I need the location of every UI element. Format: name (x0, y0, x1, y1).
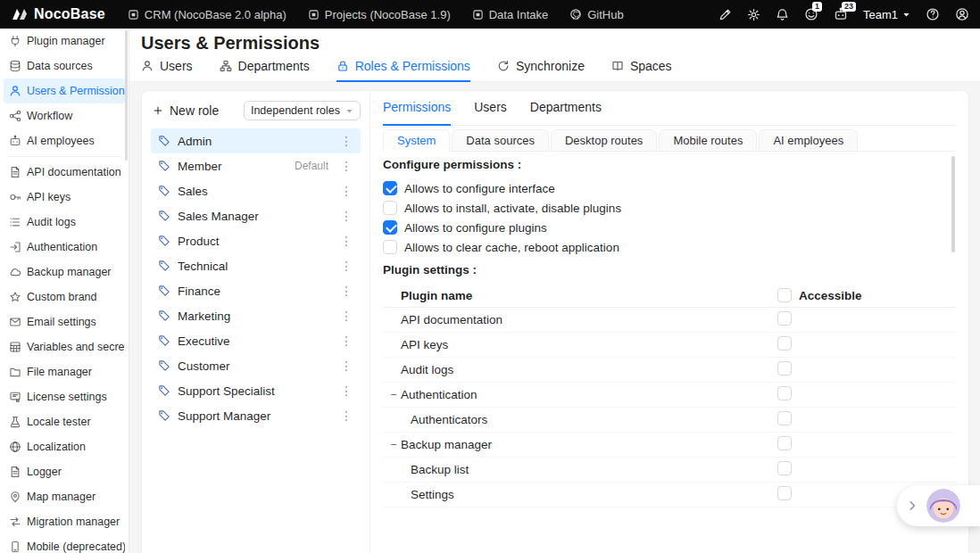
more-actions-icon[interactable]: ⋮ (337, 409, 355, 422)
sidebar-item-backup-manager[interactable]: Backup manager (4, 260, 125, 285)
sidebar-item-custom-brand[interactable]: Custom brand (4, 285, 125, 310)
sidebar-item-localization[interactable]: Localization (4, 434, 125, 459)
nocobase-logo[interactable]: NocoBase (11, 6, 105, 22)
sidebar-item-license-settings[interactable]: License settings (4, 384, 125, 409)
accessible-checkbox[interactable] (777, 436, 792, 450)
plugin-name: Settings (383, 488, 777, 501)
role-item-support-manager[interactable]: Support Manager ⋮ (151, 403, 361, 428)
more-actions-icon[interactable]: ⋮ (337, 135, 355, 147)
sidebar-item-audit-logs[interactable]: Audit logs (4, 210, 125, 235)
role-name: Executive (178, 334, 330, 348)
tab-synchronize[interactable]: Synchronize (497, 58, 585, 81)
settings-gear-icon[interactable] (747, 8, 760, 21)
sidebar-scrollbar[interactable] (125, 30, 128, 161)
more-actions-icon[interactable]: ⋮ (337, 160, 355, 172)
more-actions-icon[interactable]: ⋮ (337, 235, 355, 247)
subtab-label: Data sources (466, 134, 535, 147)
permissions-scrollbar[interactable] (951, 156, 955, 252)
collapse-icon[interactable]: − (390, 389, 397, 400)
more-actions-icon[interactable]: ⋮ (337, 260, 355, 272)
role-item-executive[interactable]: Executive ⋮ (151, 328, 361, 353)
accessible-checkbox[interactable] (777, 386, 792, 400)
assistant-smile-icon[interactable]: 1 (804, 7, 818, 21)
role-scope-select[interactable]: Independent roles (244, 101, 361, 120)
tab-departments[interactable]: Departments (220, 58, 310, 81)
more-actions-icon[interactable]: ⋮ (337, 185, 355, 197)
user-avatar-icon[interactable] (955, 7, 969, 21)
subtab-mobile-routes[interactable]: Mobile routes (659, 129, 757, 152)
notifications-bell-icon[interactable] (776, 8, 789, 21)
tab-users[interactable]: Users (141, 58, 193, 81)
sidebar-item-mobile-deprecated[interactable]: Mobile (deprecated) (4, 534, 125, 553)
topbar-app-projects[interactable]: Projects (NocoBase 1.9) (300, 0, 459, 29)
tab-permissions[interactable]: Permissions (383, 100, 451, 125)
topbar-app-crm[interactable]: CRM (NocoBase 2.0 alpha) (120, 0, 295, 29)
sidebar-item-variables-secrets[interactable]: Variables and secrets (4, 334, 125, 359)
accessible-checkbox[interactable] (777, 336, 792, 351)
accessible-checkbox[interactable] (777, 461, 792, 475)
role-item-member[interactable]: Member Default ⋮ (151, 153, 361, 178)
role-item-sales[interactable]: Sales ⋮ (151, 178, 361, 203)
more-actions-icon[interactable]: ⋮ (337, 359, 355, 372)
sidebar-item-file-manager[interactable]: File manager (4, 359, 125, 384)
sidebar-item-logger[interactable]: Logger (4, 459, 125, 484)
more-actions-icon[interactable]: ⋮ (337, 310, 355, 322)
more-actions-icon[interactable]: ⋮ (337, 210, 355, 222)
install-plugins-checkbox[interactable] (383, 201, 397, 215)
role-item-finance[interactable]: Finance ⋮ (151, 278, 361, 303)
configure-interface-checkbox[interactable] (383, 181, 397, 195)
subtab-ai-employees[interactable]: AI employees (759, 129, 858, 152)
role-tag-icon (158, 310, 170, 322)
tab-role-departments[interactable]: Departments (530, 100, 602, 125)
configure-plugins-checkbox[interactable] (383, 220, 397, 235)
subtab-desktop-routes[interactable]: Desktop routes (551, 129, 657, 152)
chevron-right-icon[interactable] (906, 499, 918, 512)
sidebar-item-ai-employees[interactable]: AI employees (4, 128, 125, 153)
role-item-technical[interactable]: Technical ⋮ (151, 253, 361, 278)
sidebar-item-map-manager[interactable]: Map manager (4, 484, 125, 509)
team-selector[interactable]: Team1 (863, 8, 910, 21)
accessible-select-all-checkbox[interactable] (777, 288, 792, 302)
sidebar-item-workflow[interactable]: Workflow (4, 103, 125, 128)
sidebar-item-authentication[interactable]: Authentication (4, 235, 125, 260)
role-item-sales-manager[interactable]: Sales Manager ⋮ (151, 203, 361, 228)
clear-cache-checkbox[interactable] (383, 240, 397, 254)
sidebar-item-api-keys[interactable]: API keys (4, 185, 125, 210)
ai-assistant-avatar[interactable] (926, 489, 960, 523)
subtab-data-sources[interactable]: Data sources (452, 129, 549, 152)
role-item-support-specialist[interactable]: Support Specialist ⋮ (151, 378, 361, 403)
more-actions-icon[interactable]: ⋮ (337, 384, 355, 397)
accessible-checkbox[interactable] (777, 311, 792, 326)
column-accessible: Accessible (799, 289, 862, 302)
more-actions-icon[interactable]: ⋮ (337, 285, 355, 297)
help-icon[interactable] (926, 7, 940, 21)
accessible-checkbox[interactable] (777, 361, 792, 376)
sidebar-item-api-documentation[interactable]: API documentation (4, 160, 125, 185)
tab-role-users[interactable]: Users (474, 100, 507, 125)
design-mode-icon[interactable] (718, 8, 732, 21)
role-item-marketing[interactable]: Marketing ⋮ (151, 303, 361, 328)
tab-spaces[interactable]: Spaces (611, 58, 672, 81)
role-item-admin[interactable]: Admin ⋮ (151, 128, 361, 153)
more-actions-icon[interactable]: ⋮ (337, 334, 355, 347)
topbar-app-data-intake[interactable]: Data Intake (464, 0, 557, 29)
role-item-product[interactable]: Product ⋮ (151, 228, 361, 253)
accessible-checkbox[interactable] (777, 486, 792, 500)
topbar-link-github[interactable]: GitHub (561, 0, 631, 29)
tasks-robot-icon[interactable]: 23 (834, 7, 848, 21)
accessible-checkbox[interactable] (777, 411, 792, 425)
sidebar-item-locale-tester[interactable]: Locale tester (4, 409, 125, 434)
sidebar-item-data-sources[interactable]: Data sources (4, 54, 125, 78)
role-item-customer[interactable]: Customer ⋮ (151, 353, 361, 378)
new-role-button[interactable]: New role (151, 100, 220, 121)
subtab-system[interactable]: System (383, 129, 450, 152)
plugin-row-backup-manager: − Backup manager (383, 433, 956, 458)
sidebar-item-plugin-manager[interactable]: Plugin manager (4, 29, 125, 54)
collapse-icon[interactable]: − (390, 439, 397, 450)
role-name: Technical (178, 260, 330, 273)
topbar-app-label: Data Intake (489, 8, 549, 21)
tab-roles-permissions[interactable]: Roles & Permissions (336, 58, 470, 81)
sidebar-item-email-settings[interactable]: Email settings (4, 310, 125, 334)
sidebar-item-migration-manager[interactable]: Migration manager (4, 509, 125, 534)
sidebar-item-users-permissions[interactable]: Users & Permissions (4, 78, 125, 103)
